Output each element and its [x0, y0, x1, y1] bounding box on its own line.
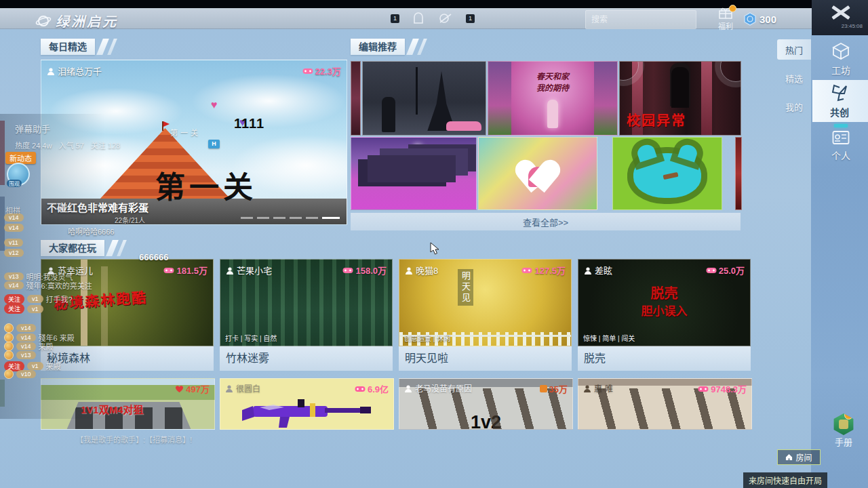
thumb-purple-castle[interactable] — [351, 137, 477, 210]
gamepad-icon — [342, 266, 353, 274]
heart-balloon-icon: ♥ — [211, 100, 218, 110]
playing-card-2[interactable]: 芒果小宅 158.0万 打卡 | 写实 | 自然 竹林迷雾 — [220, 259, 393, 371]
manual-button[interactable]: 手册 — [825, 413, 863, 448]
welfare-dot-badge — [729, 5, 736, 12]
close-corner: 23:45:08 — [812, 0, 868, 35]
welfare-label: 福利 — [713, 20, 738, 31]
watermark-text: 23:45:08 — [812, 23, 863, 29]
chat-row: v11 — [4, 239, 26, 247]
search-box[interactable] — [585, 10, 696, 29]
chat-row: v10 — [4, 369, 39, 379]
card8-views: 9748.3万 — [698, 382, 747, 395]
chat-row: v12 — [4, 249, 26, 257]
card7-art-text: 1v2 — [471, 412, 501, 430]
card5-views: 497万 — [175, 382, 210, 395]
follow-pill[interactable]: 关注 — [4, 304, 24, 314]
stream-stats: 热度 24.4w 入气 57 关注 128 — [15, 140, 120, 150]
daily-views: 22.3万 — [302, 64, 341, 77]
level-sign-small: 第一关 — [170, 127, 201, 138]
thumb-kitty-lake[interactable] — [612, 137, 722, 210]
cocreate-label: 共创 — [812, 105, 867, 119]
manual-label: 手册 — [825, 435, 863, 448]
playing-card-3[interactable]: 明天见 晚猫8 127.5万 创意造景 | 休闲 明天见啦 — [399, 259, 572, 371]
bag-icon[interactable] — [412, 12, 425, 24]
thumb-heart-garden[interactable] — [478, 137, 597, 210]
card4-title: 脱壳 — [578, 346, 751, 371]
personal-idcard-icon — [832, 130, 850, 145]
app-logo-text: 绿洲启元 — [56, 11, 118, 30]
chat-row: 关注 v1 — [4, 304, 46, 314]
heart-arch-art — [519, 159, 557, 192]
nav-item-cocreate[interactable]: 共创 — [812, 80, 868, 122]
game-hub-screen: 绿洲启元 1 1 福利 300 — [0, 0, 868, 488]
horror-overlay-text: 校园异常 — [627, 110, 686, 129]
gamepad-icon — [521, 266, 532, 274]
nav-item-personal[interactable]: 个人 — [814, 130, 868, 162]
chat-row: 关注 v1打手我? — [4, 293, 73, 304]
chat-row: v14殘年6:寞欢的亮关注 — [4, 280, 92, 291]
card3-art-text: 明天见 — [458, 269, 473, 306]
subnav-item-mine[interactable]: 我的 — [777, 96, 811, 117]
boat-art — [663, 172, 679, 180]
coin-icon — [743, 12, 757, 26]
streamer-avatar[interactable]: 围观 — [7, 163, 30, 186]
playing-card-7[interactable]: 1v2 老马没苗有原因 35万 — [399, 378, 573, 430]
currency-display[interactable]: 300 — [743, 12, 776, 26]
coin-amount: 300 — [760, 14, 776, 25]
card6-author: 很圆白 — [225, 382, 260, 394]
card4-tags: 惊悚 | 简单 | 闯关 — [583, 333, 635, 343]
personal-label: 个人 — [814, 148, 868, 162]
card2-tags: 打卡 | 写实 | 自然 — [225, 333, 277, 343]
playing-card-8[interactable]: 惠·唯 9748.3万 — [578, 378, 752, 430]
mail-badge-icon[interactable]: 1 — [466, 14, 475, 23]
subnav-item-hot[interactable]: 热门 — [777, 39, 811, 60]
person-icon — [404, 384, 412, 392]
thumb-eiffel-night[interactable] — [362, 61, 486, 136]
person-icon — [226, 266, 234, 274]
thumb-school-horror[interactable]: 校园异常 — [619, 61, 741, 136]
app-logo: 绿洲启元 — [35, 11, 118, 30]
playing-card-4[interactable]: 脱壳 胆小误入 差眩 25.0万 惊悚 | 简单 | 闯关 脱壳 — [578, 259, 751, 371]
person-icon — [584, 266, 592, 274]
new-activity-badge[interactable]: 新动态 — [5, 152, 36, 164]
card3-author: 晚猫8 — [405, 264, 438, 277]
gamepad-icon — [163, 266, 174, 274]
gamepad-icon — [302, 67, 313, 75]
top-black-strip — [0, 0, 868, 8]
search-input[interactable] — [590, 14, 698, 25]
level-badge: v14 — [4, 214, 24, 222]
view-all-button[interactable]: 查看全部>> — [351, 213, 741, 230]
chat-row: v14 — [4, 214, 26, 222]
hand-wave-icon[interactable] — [437, 12, 454, 24]
card4-art-text: 脱壳 — [578, 283, 750, 302]
follow-pill[interactable]: 关注 — [4, 294, 24, 304]
flag-art — [163, 121, 170, 127]
mouse-cursor — [430, 242, 439, 256]
card3-title: 明天见啦 — [399, 346, 572, 371]
editor-section-tab: 编辑推荐 — [351, 39, 405, 55]
topbar-icons: 1 1 — [391, 12, 475, 24]
castle-art — [368, 155, 456, 182]
subnav-item-featured[interactable]: 精选 — [777, 68, 811, 88]
card4-art-text2: 胆小误入 — [578, 302, 750, 319]
room-tooltip: 来房间快速自由开局 — [743, 472, 827, 488]
carousel-pager[interactable] — [241, 217, 340, 219]
notice-badge-icon[interactable]: 1 — [391, 14, 399, 23]
chat-row: v14 — [4, 224, 26, 232]
welfare-button[interactable]: 福利 — [713, 7, 738, 31]
room-button[interactable]: 房间 — [777, 449, 821, 465]
level-sign-big: 第一关 — [155, 163, 257, 207]
person-icon — [405, 266, 413, 274]
editor-header: 编辑推荐 — [359, 41, 397, 52]
nav-item-workshop[interactable]: 工坊 — [814, 42, 868, 77]
cocreate-active-indicator — [834, 124, 848, 127]
pink-car-art — [446, 121, 481, 131]
card3-tags: 创意造景 | 休闲 — [404, 333, 450, 343]
playing-card-6[interactable]: 很圆白 6.9亿 — [220, 378, 394, 430]
person-icon — [47, 67, 55, 75]
thumb-spring-garden[interactable]: 春天和家 我的期待 — [488, 61, 618, 136]
card4-views: 25.0万 — [706, 264, 745, 277]
card8-author: 惠·唯 — [583, 382, 613, 394]
overlay-fragment — [0, 121, 5, 185]
daily-author[interactable]: 泪绪总万千 — [47, 64, 102, 77]
